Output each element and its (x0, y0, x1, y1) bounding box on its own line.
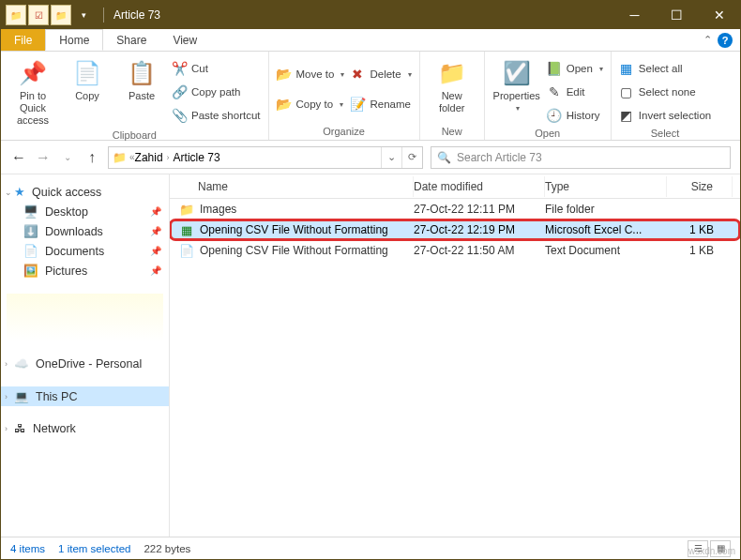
file-row[interactable]: 📄Opening CSV File Without Formatting27-O… (170, 240, 740, 261)
file-type: File folder (545, 203, 667, 216)
breadcrumb-zahid[interactable]: Zahid (135, 151, 163, 164)
invert-selection-button[interactable]: ◩Invert selection (619, 105, 711, 126)
file-row[interactable]: 📁Images27-Oct-22 12:11 PMFile folder (170, 199, 740, 219)
history-button[interactable]: 🕘History (547, 105, 603, 126)
col-size[interactable]: Size (667, 176, 733, 197)
group-open-label: Open (492, 126, 603, 142)
copy-button[interactable]: 📄 Copy (63, 54, 112, 102)
up-button[interactable]: ↑ (83, 149, 100, 166)
file-date: 27-Oct-22 12:19 PM (414, 223, 545, 236)
file-type: Microsoft Excel C... (545, 223, 667, 236)
open-button[interactable]: 📗Open▾ (547, 58, 603, 79)
new-folder-icon: 📁 (437, 58, 467, 88)
back-button[interactable]: ← (10, 149, 27, 166)
copy-path-icon: 🔗 (172, 84, 187, 99)
nav-desktop[interactable]: 🖥️Desktop📌 (1, 202, 169, 221)
tab-view[interactable]: View (159, 29, 210, 51)
forward-button[interactable]: → (35, 149, 52, 166)
paste-icon: 📋 (127, 58, 157, 88)
copy-icon: 📄 (72, 58, 102, 88)
paste-shortcut-button[interactable]: 📎Paste shortcut (172, 105, 261, 126)
file-list[interactable]: Name Date modified Type Size 📁Images27-O… (170, 174, 740, 537)
file-row[interactable]: ▦Opening CSV File Without Formatting27-O… (170, 219, 740, 240)
open-icon: 📗 (547, 61, 562, 76)
select-all-button[interactable]: ▦Select all (619, 58, 711, 79)
group-clipboard: 📌 Pin to Quick access 📄 Copy 📋 Paste ✂️C… (1, 52, 269, 140)
new-folder-button[interactable]: 📁 New folder (428, 54, 476, 114)
delete-icon: ✖ (350, 67, 365, 82)
nav-pictures[interactable]: 🖼️Pictures📌 (1, 261, 169, 280)
pin-icon: 📌 (150, 246, 161, 256)
recent-locations-button[interactable]: ⌄ (59, 152, 76, 162)
pin-label: Pin to Quick access (8, 90, 57, 128)
qat-check-icon[interactable]: ☑ (28, 5, 49, 25)
move-to-button[interactable]: 📂Move to▾ (277, 64, 345, 84)
title-bar: 📁 ☑ 📁 ▾ Article 73 ─ ☐ ✕ (1, 1, 740, 29)
edit-button[interactable]: ✎Edit (547, 82, 603, 102)
group-new-label: New (428, 124, 476, 140)
refresh-button[interactable]: ⟳ (401, 147, 422, 168)
new-folder-label: New folder (428, 90, 476, 114)
file-name: Opening CSV File Without Formatting (200, 244, 388, 257)
qat-dropdown-icon[interactable]: ▾ (73, 5, 94, 25)
collapse-ribbon-icon[interactable]: ⌃ (703, 34, 712, 46)
group-organize-label: Organize (277, 124, 412, 140)
address-bar[interactable]: 📁 « Zahid › Article 73 ⌄ ⟳ (108, 146, 423, 169)
col-name[interactable]: Name (170, 176, 414, 197)
nav-placeholder (7, 294, 163, 341)
ribbon-tabs: File Home Share View ⌃ ? (1, 29, 740, 52)
properties-button[interactable]: ☑️ Properties ▾ (492, 54, 541, 114)
select-none-button[interactable]: ▢Select none (619, 82, 711, 102)
navigation-pane[interactable]: ⌄★Quick access 🖥️Desktop📌 ⬇️Downloads📌 📄… (1, 174, 170, 537)
tab-home[interactable]: Home (45, 29, 103, 51)
col-type[interactable]: Type (545, 176, 667, 197)
rename-button[interactable]: 📝Rename (350, 94, 411, 114)
copy-path-button[interactable]: 🔗Copy path (172, 82, 261, 102)
window-title: Article 73 (109, 8, 613, 22)
folder-icon: 📁 (179, 202, 194, 217)
status-bytes: 222 bytes (144, 543, 190, 554)
nav-downloads[interactable]: ⬇️Downloads📌 (1, 221, 169, 241)
maximize-button[interactable]: ☐ (656, 1, 698, 29)
copy-to-button[interactable]: 📂Copy to▾ (277, 94, 345, 114)
group-select: ▦Select all ▢Select none ◩Invert selecti… (612, 52, 718, 140)
pin-icon: 📌 (150, 206, 161, 217)
pin-icon: 📌 (150, 226, 161, 236)
group-organize: 📂Move to▾ 📂Copy to▾ ✖Delete▾ 📝Rename Org… (269, 52, 420, 140)
address-dropdown-icon[interactable]: ⌄ (381, 147, 401, 168)
tab-file[interactable]: File (1, 29, 45, 51)
paste-label: Paste (129, 90, 155, 102)
file-date: 27-Oct-22 11:50 AM (414, 244, 545, 257)
nav-onedrive[interactable]: ›☁️OneDrive - Personal (1, 354, 169, 373)
nav-this-pc[interactable]: ›💻This PC (1, 386, 169, 406)
nav-documents[interactable]: 📄Documents📌 (1, 241, 169, 261)
search-box[interactable]: 🔍 Search Article 73 (431, 146, 731, 169)
move-to-icon: 📂 (277, 67, 292, 82)
qat-folder2-icon[interactable]: 📁 (51, 5, 71, 25)
qat-folder-icon[interactable]: 📁 (6, 5, 26, 25)
minimize-button[interactable]: ─ (613, 1, 656, 29)
nav-network[interactable]: ›🖧Network (1, 419, 169, 438)
col-date[interactable]: Date modified (414, 176, 545, 197)
file-name: Opening CSV File Without Formatting (200, 223, 388, 236)
pin-quick-access-button[interactable]: 📌 Pin to Quick access (8, 54, 57, 128)
cut-button[interactable]: ✂️Cut (172, 58, 261, 79)
ribbon: 📌 Pin to Quick access 📄 Copy 📋 Paste ✂️C… (1, 52, 740, 141)
address-folder-icon: 📁 (109, 151, 129, 164)
address-bar-row: ← → ⌄ ↑ 📁 « Zahid › Article 73 ⌄ ⟳ 🔍 Sea… (1, 141, 740, 174)
main-area: ⌄★Quick access 🖥️Desktop📌 ⬇️Downloads📌 📄… (1, 174, 740, 537)
pin-icon: 📌 (150, 265, 161, 276)
close-button[interactable]: ✕ (698, 1, 740, 29)
help-icon[interactable]: ? (718, 33, 733, 48)
group-open: ☑️ Properties ▾ 📗Open▾ ✎Edit 🕘History Op… (485, 52, 612, 140)
file-size: 1 KB (667, 244, 733, 257)
paste-button[interactable]: 📋 Paste (117, 54, 166, 102)
delete-button[interactable]: ✖Delete▾ (350, 64, 411, 84)
nav-quick-access[interactable]: ⌄★Quick access (1, 182, 169, 202)
copy-to-icon: 📂 (277, 97, 292, 112)
breadcrumb-article73[interactable]: Article 73 (174, 151, 220, 164)
pin-icon: 📌 (18, 58, 48, 88)
tab-share[interactable]: Share (103, 29, 159, 51)
status-item-count: 4 items (10, 543, 45, 554)
group-clipboard-label: Clipboard (8, 128, 261, 144)
